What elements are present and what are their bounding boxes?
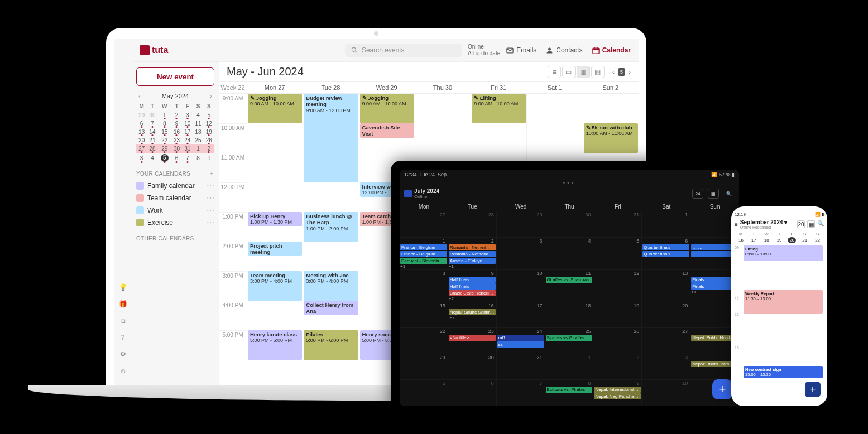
gear-icon[interactable]: ⚙: [120, 350, 126, 358]
event[interactable]: Spades vs Giraffes: [546, 335, 593, 341]
tab-contacts[interactable]: Contacts: [545, 46, 582, 55]
event[interactable]: Meeting with Joe3:00 PM - 4:00 PM: [304, 271, 358, 301]
view-agenda[interactable]: ≡: [548, 66, 561, 78]
view-month[interactable]: ▦: [591, 66, 605, 78]
event[interactable]: Giraffes vs. Sparrows: [546, 277, 593, 283]
event[interactable]: Pick up Henry1:00 PM - 1:30 PM: [248, 212, 302, 226]
event[interactable]: Collect Henry from Ana4:00 PM - 4:30 PM: [304, 301, 358, 315]
prev-week[interactable]: ‹: [612, 68, 615, 76]
more-icon[interactable]: ⋯: [207, 181, 214, 190]
event[interactable]: ✎ Lifting9:00 AM - 10:00 AM: [472, 94, 526, 123]
bulb-icon[interactable]: 💡: [119, 283, 127, 291]
event[interactable]: Brazil: State Rebelli…: [449, 290, 496, 296]
more-icon[interactable]: ⋯: [207, 218, 214, 227]
event[interactable]: <No title>: [449, 335, 496, 341]
tablet-device: 12:34 Tue 24. Sep 📶 57 % ▮ ••• July 2024…: [391, 161, 748, 415]
event[interactable]: ss: [497, 341, 544, 348]
tab-calendar[interactable]: Calendar: [592, 46, 631, 55]
left-rail: 💡 🎁 ⧉ ? ⚙ ⎋: [114, 39, 132, 385]
today-button[interactable]: 20: [797, 220, 805, 228]
event[interactable]: ✎ Jogging9:00 AM - 10:00 AM: [248, 94, 302, 123]
svg-point-0: [352, 47, 356, 51]
calendar-item[interactable]: Exercise⋯: [136, 216, 214, 229]
event[interactable]: Lifting09:00 – 10:00: [744, 245, 823, 261]
search-icon[interactable]: 🔍: [817, 220, 824, 228]
calendar-item[interactable]: Family calendar⋯: [136, 180, 214, 192]
today-button[interactable]: 24: [692, 189, 703, 199]
phone-device: 12:19📶 ▮ ≡ September 2024 ▾ Offline Reco…: [731, 206, 827, 406]
event[interactable]: Quarter finals: [642, 244, 689, 250]
event[interactable]: France - Belgium: [400, 244, 447, 250]
logout-icon[interactable]: ⎋: [121, 367, 125, 375]
event[interactable]: Austria - Türkiye: [449, 258, 496, 264]
event[interactable]: Project pitch meeting2:00 PM - 2:30 PM: [248, 242, 302, 256]
add-event-fab[interactable]: +: [712, 379, 732, 399]
calendar-item[interactable]: Work⋯: [136, 204, 214, 216]
search-button[interactable]: 🔍: [723, 189, 735, 199]
event[interactable]: Team meeting3:00 PM - 4:00 PM: [248, 271, 302, 301]
event[interactable]: New contract sign15:00 – 15:30: [744, 366, 823, 378]
view-grid[interactable]: ▦: [807, 220, 815, 228]
event[interactable]: Bobcats vs. Pirates: [546, 387, 593, 393]
event[interactable]: mt1: [497, 335, 544, 341]
event[interactable]: Half finals: [449, 283, 496, 290]
more-icon[interactable]: ⋯: [207, 206, 214, 215]
calendar-icon: [404, 190, 412, 197]
view-day[interactable]: ▭: [562, 66, 576, 78]
event[interactable]: Half finals: [449, 277, 496, 283]
view-grid[interactable]: ▦: [708, 189, 719, 199]
event[interactable]: France - Belgium: [400, 251, 447, 257]
gift-icon[interactable]: 🎁: [119, 300, 127, 308]
help-icon[interactable]: ?: [121, 334, 125, 341]
sync-status: OnlineAll up to date: [468, 44, 500, 57]
today-button[interactable]: 5: [618, 68, 625, 76]
mini-prev[interactable]: ‹: [138, 93, 141, 99]
mini-month-label: May 2024: [162, 93, 189, 99]
calendar-item[interactable]: Team calendar⋯: [136, 192, 214, 204]
more-icon[interactable]: ⋯: [207, 194, 214, 202]
date-range: May - Jun 2024: [227, 65, 304, 78]
event[interactable]: ✎ 5k run with club10:00 AM - 11:00 AM: [584, 123, 638, 153]
add-calendar-icon[interactable]: ＋: [209, 170, 214, 177]
mini-calendar[interactable]: MTWTFSS 29301234567891011121314151617181…: [136, 102, 214, 163]
event[interactable]: Quarter finals: [642, 251, 689, 257]
more-menu[interactable]: •••: [400, 180, 739, 186]
event[interactable]: Nepal: Nag Pancha…: [594, 393, 641, 399]
event[interactable]: Henry karate class5:00 PM - 6:00 PM: [248, 330, 302, 360]
copy-icon[interactable]: ⧉: [121, 317, 126, 325]
mini-next[interactable]: ›: [210, 93, 212, 99]
logo: tuta: [140, 45, 176, 55]
event[interactable]: Portugal - Slovenia: [400, 258, 447, 264]
new-event-button[interactable]: New event: [136, 67, 214, 86]
event[interactable]: Pilates5:00 PM - 6:00 PM: [304, 330, 358, 360]
event[interactable]: Business lunch @ The Harp1:00 PM - 2:00 …: [304, 212, 358, 242]
event[interactable]: Nepal: Saune Sankr…: [449, 309, 496, 315]
svg-rect-3: [593, 48, 599, 54]
search-input[interactable]: Search events: [345, 44, 462, 57]
next-week[interactable]: ›: [629, 68, 631, 76]
event[interactable]: Romania - Netherla…: [449, 251, 496, 257]
event[interactable]: Budget review meeting9:00 AM - 12:00 PM: [304, 94, 358, 182]
event[interactable]: Weekly Report11:30 – 13:00: [744, 290, 823, 314]
add-event-fab[interactable]: +: [805, 382, 821, 397]
search-icon: [351, 46, 358, 54]
event[interactable]: Nepal: International…: [594, 387, 641, 393]
view-week[interactable]: ▥: [577, 66, 590, 78]
event[interactable]: ✎ Jogging9:00 AM - 10:00 AM: [360, 94, 414, 123]
svg-point-2: [548, 47, 551, 50]
tab-emails[interactable]: Emails: [506, 46, 536, 55]
event[interactable]: Cavendish Site Visit10:00 AM - 10:30 AM: [360, 123, 414, 138]
event[interactable]: Romania - Netherl…: [449, 244, 496, 250]
menu-icon[interactable]: ≡: [735, 221, 738, 228]
